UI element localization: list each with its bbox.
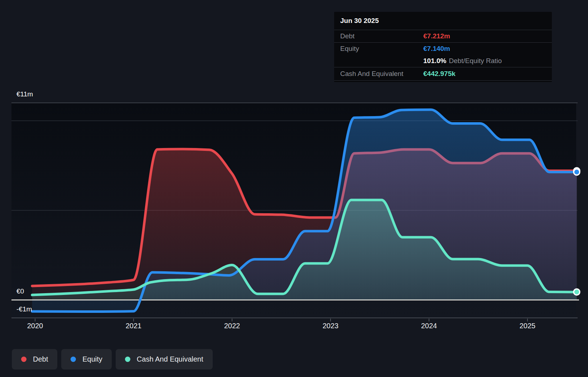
tooltip-debt-value: €7.212m	[423, 32, 450, 40]
debt-legend-dot-icon	[21, 357, 26, 362]
cash-endpoint-marker	[574, 289, 580, 295]
tooltip-row-ratio: 101.0% Debt/Equity Ratio	[334, 55, 552, 67]
tooltip-row-cash: Cash And Equivalent €442.975k	[334, 67, 552, 81]
tooltip-ratio-label: Debt/Equity Ratio	[449, 57, 502, 65]
equity-legend-dot-icon	[71, 357, 76, 362]
x-axis-label-2022: 2022	[224, 322, 240, 330]
tooltip-row-debt: Debt €7.212m	[334, 30, 552, 43]
tooltip-cash-label: Cash And Equivalent	[340, 70, 423, 78]
legend-toggle-debt[interactable]: Debt	[12, 349, 57, 369]
tooltip-equity-label: Equity	[340, 45, 423, 53]
x-axis-label-2023: 2023	[323, 322, 339, 330]
legend-toggle-cash[interactable]: Cash And Equivalent	[116, 349, 213, 369]
tooltip-ratio-value: 101.0%	[423, 57, 446, 65]
tooltip-row-equity: Equity €7.140m	[334, 43, 552, 55]
y-axis-label-max: €11m	[16, 90, 33, 98]
cash-legend-dot-icon	[125, 357, 130, 362]
x-axis-label-2024: 2024	[421, 322, 437, 330]
x-axis-label-2020: 2020	[27, 322, 43, 330]
legend-label: Cash And Equivalent	[137, 355, 203, 363]
tooltip-equity-value: €7.140m	[423, 45, 450, 53]
y-axis-label-min: -€1m	[16, 305, 32, 313]
legend-label: Equity	[82, 355, 102, 363]
balance-sheet-history-chart: €11m €0 -€1m 202020212022202320242025 Ju…	[0, 0, 588, 377]
x-axis-label-2021: 2021	[126, 322, 142, 330]
tooltip-cash-value: €442.975k	[423, 70, 456, 78]
chart-legend: DebtEquityCash And Equivalent	[12, 349, 213, 369]
equity-endpoint-marker	[574, 169, 580, 175]
tooltip-date: Jun 30 2025	[334, 12, 552, 30]
legend-toggle-equity[interactable]: Equity	[61, 349, 112, 369]
y-axis-label-zero: €0	[16, 287, 24, 295]
chart-tooltip: Jun 30 2025 Debt €7.212m Equity €7.140m …	[334, 12, 552, 82]
legend-label: Debt	[33, 355, 48, 363]
x-axis-label-2025: 2025	[520, 322, 536, 330]
tooltip-debt-label: Debt	[340, 32, 423, 40]
